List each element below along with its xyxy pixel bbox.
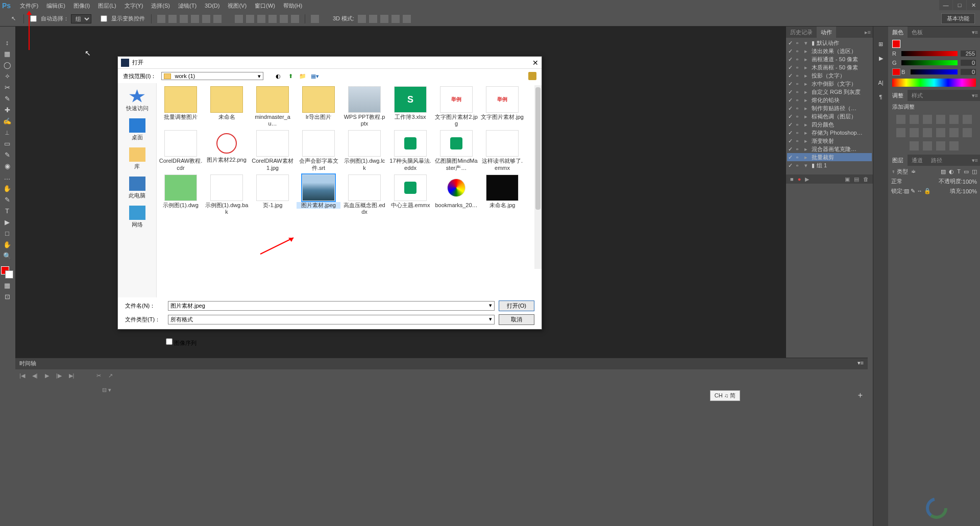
file-item[interactable]: 示例图(1).dwg: [159, 174, 203, 215]
align-icon[interactable]: [213, 15, 222, 23]
view-menu-icon[interactable]: ▦▾: [310, 71, 320, 81]
action-item[interactable]: ✓▫▸批量裁剪: [787, 153, 872, 161]
add-track-icon[interactable]: +: [858, 391, 863, 400]
file-item[interactable]: 这样读书就够了.emmx: [480, 130, 524, 171]
filter-pixel-icon[interactable]: ▨: [941, 168, 946, 175]
panel-menu-icon[interactable]: ▾≡: [970, 92, 980, 99]
menu-type[interactable]: 文字(Y): [120, 2, 148, 10]
b-slider[interactable]: [911, 69, 958, 74]
panel-menu-icon[interactable]: ▾≡: [970, 29, 980, 36]
file-item[interactable]: 未命名: [205, 86, 249, 127]
open-button[interactable]: 打开(O): [499, 300, 534, 311]
action-item[interactable]: ✓▫▸熔化的铅块: [787, 96, 872, 104]
fg-color-chip[interactable]: [892, 40, 900, 48]
filetype-dropdown[interactable]: 所有格式▾: [168, 315, 495, 324]
auto-select-dropdown[interactable]: 组: [71, 14, 91, 23]
eyedropper-tool[interactable]: ✎: [0, 93, 14, 104]
menu-select[interactable]: 选择(S): [147, 2, 174, 10]
file-item[interactable]: lr导出图片: [297, 86, 340, 127]
tab-color[interactable]: 颜色: [888, 27, 908, 38]
menu-window[interactable]: 窗口(W): [251, 2, 279, 10]
adjust-curves-icon[interactable]: [923, 115, 932, 124]
type-tool[interactable]: T: [0, 205, 14, 216]
new-folder-icon[interactable]: 📁: [298, 71, 307, 81]
align-icon[interactable]: [191, 15, 199, 23]
menu-help[interactable]: 帮助(H): [279, 2, 306, 10]
file-item[interactable]: 高血压概念图.eddx: [342, 174, 386, 215]
panel-menu-icon[interactable]: ▾≡: [857, 360, 864, 368]
screenmode-tool[interactable]: ⊡: [0, 291, 14, 302]
window-maximize[interactable]: □: [953, 0, 966, 10]
blur-tool[interactable]: …: [0, 171, 14, 183]
histogram-icon[interactable]: ⊞: [873, 37, 888, 51]
action-item[interactable]: ✓▫▾▮默认动作: [787, 39, 872, 47]
file-item[interactable]: 亿图脑图MindMaster产…: [434, 130, 478, 171]
heal-tool[interactable]: ✚: [0, 104, 14, 115]
quickmask-tool[interactable]: ▦: [0, 280, 14, 291]
r-slider[interactable]: [901, 51, 958, 56]
place-network[interactable]: 网络: [118, 203, 156, 232]
action-item[interactable]: ✓▫▸存储为 Photoshop…: [787, 129, 872, 137]
distribute-icon[interactable]: [268, 15, 277, 23]
stamp-tool[interactable]: ⟂: [0, 127, 14, 138]
file-item[interactable]: WPS PPT教程.pptx: [342, 86, 386, 127]
file-item[interactable]: 举例文字图片素材.jpg: [480, 86, 524, 127]
filter-adjust-icon[interactable]: ◐: [949, 168, 954, 175]
play-icon[interactable]: ▶: [805, 176, 809, 183]
next-frame-icon[interactable]: |▶: [56, 372, 62, 379]
cut-icon[interactable]: ✂: [96, 372, 101, 379]
auto-select-checkbox[interactable]: [30, 15, 37, 22]
file-item[interactable]: S工作簿3.xlsx: [388, 86, 432, 127]
zoom-tool[interactable]: 🔍: [0, 250, 14, 261]
filename-input[interactable]: 图片素材.jpeg▾: [168, 301, 495, 311]
3d-mode-icon[interactable]: [391, 15, 400, 23]
last-frame-icon[interactable]: ▶|: [69, 372, 75, 379]
b-value[interactable]: 0: [961, 69, 976, 75]
place-quickaccess[interactable]: 快速访问: [118, 86, 156, 115]
action-item[interactable]: ✓▫▸棕褐色调（图层）: [787, 112, 872, 120]
action-item[interactable]: ✓▫▸自定义 RGB 到灰度: [787, 88, 872, 96]
g-slider[interactable]: [901, 60, 958, 65]
path-tool[interactable]: ▶: [0, 216, 14, 228]
file-item[interactable]: mindmaster_au…: [251, 86, 295, 127]
hand-tool[interactable]: ✋: [0, 239, 14, 250]
show-transform-checkbox[interactable]: [101, 15, 107, 22]
adjust-selective-icon[interactable]: [949, 141, 959, 151]
file-item[interactable]: CorelDRAW教程.cdr: [159, 130, 203, 171]
adjust-vibrance-icon[interactable]: [949, 115, 959, 124]
file-item[interactable]: 批量调整图片: [159, 86, 203, 127]
workspace-switcher[interactable]: 基本功能: [941, 13, 975, 24]
adjust-bw-icon[interactable]: [910, 128, 919, 137]
panel-menu-icon[interactable]: ▸≡: [863, 29, 873, 36]
adjust-threshold-icon[interactable]: [923, 141, 932, 151]
menu-layer[interactable]: 图层(L): [94, 2, 120, 10]
3d-icon[interactable]: [311, 15, 319, 23]
distribute-icon[interactable]: [257, 15, 265, 23]
hue-strip[interactable]: [892, 79, 976, 87]
tab-swatches[interactable]: 色板: [908, 27, 927, 38]
play-icon[interactable]: ▶: [45, 372, 49, 379]
place-thispc[interactable]: 此电脑: [118, 173, 156, 203]
adjust-gradientmap-icon[interactable]: [936, 141, 945, 151]
pen-tool[interactable]: ✎: [0, 194, 14, 205]
action-item[interactable]: ✓▫▸淡出效果（选区）: [787, 47, 872, 55]
3d-mode-icon[interactable]: [403, 15, 411, 23]
tab-actions[interactable]: 动作: [817, 27, 836, 38]
action-item[interactable]: ✓▫▸木质画框 - 50 像素: [787, 63, 872, 71]
menu-filter[interactable]: 滤镜(T): [174, 2, 201, 10]
distribute-icon[interactable]: [235, 15, 243, 23]
g-value[interactable]: 0: [961, 60, 976, 66]
crop-tool[interactable]: ✂: [0, 82, 14, 93]
file-item[interactable]: 会声会影字幕文件.srt: [297, 130, 340, 171]
filter-type-icon[interactable]: T: [957, 168, 961, 175]
up-icon[interactable]: ⬆: [286, 71, 295, 81]
color-swatches[interactable]: [0, 265, 15, 280]
action-item[interactable]: ✓▫▸混合器画笔克隆…: [787, 145, 872, 153]
align-icon[interactable]: [168, 15, 177, 23]
record-icon[interactable]: ●: [798, 176, 801, 182]
file-item[interactable]: 示例图(1).dwg.bak: [205, 174, 249, 215]
adjust-posterize-icon[interactable]: [910, 141, 919, 151]
shape-tool[interactable]: □: [0, 228, 14, 239]
menu-3d[interactable]: 3D(D): [201, 3, 224, 9]
image-sequence-checkbox[interactable]: [166, 338, 173, 345]
